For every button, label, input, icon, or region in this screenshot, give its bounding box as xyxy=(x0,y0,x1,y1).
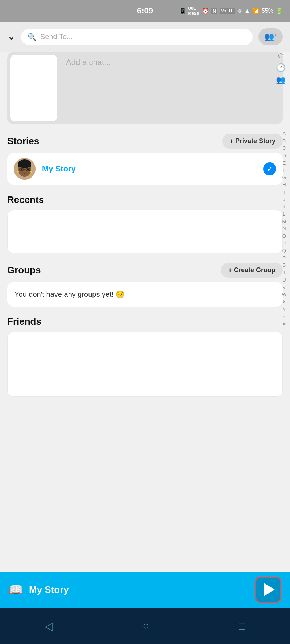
battery-text: 55% xyxy=(262,8,273,14)
my-story-card[interactable]: My Story ✓ xyxy=(7,153,283,185)
story-bar-label: My Story xyxy=(29,584,249,595)
whatsapp-icon: 📱 xyxy=(179,8,186,14)
search-icon: 🔍 xyxy=(28,33,37,41)
search-bar[interactable]: 🔍 Send To... xyxy=(21,29,253,45)
alpha-K[interactable]: K xyxy=(283,204,286,210)
alpha-W[interactable]: W xyxy=(282,291,286,298)
alpha-N[interactable]: N xyxy=(282,225,286,232)
signal-icon: 📶 xyxy=(252,8,260,14)
recents-section-header: Recents xyxy=(0,191,290,210)
header: ⌄ 🔍 Send To... 👥+ xyxy=(0,22,290,52)
status-icons: 📱 001KB/S ⏰ N VoLTE ❄ ▲ 📶 55% 🔋 xyxy=(179,5,283,16)
alpha-H[interactable]: H xyxy=(282,182,286,188)
alpha-T[interactable]: T xyxy=(283,270,286,276)
story-checkmark[interactable]: ✓ xyxy=(263,162,276,175)
chevron-down-icon[interactable]: ⌄ xyxy=(7,31,15,42)
chat-avatar xyxy=(10,55,57,121)
alpha-L[interactable]: L xyxy=(283,211,285,217)
alpha-hash[interactable]: # xyxy=(283,321,285,327)
nfc-icon: N xyxy=(211,8,218,14)
alpha-V[interactable]: V xyxy=(283,284,286,291)
wifi-icon: ▲ xyxy=(244,8,250,14)
alpha-X[interactable]: X xyxy=(283,299,286,305)
friends-title: Friends xyxy=(7,316,41,327)
bottom-story-bar: 📖 My Story xyxy=(0,572,290,608)
play-triangle-icon xyxy=(264,583,275,596)
alpha-R[interactable]: R xyxy=(282,255,286,261)
alpha-P[interactable]: P xyxy=(283,240,286,247)
alpha-U[interactable]: U xyxy=(282,277,286,283)
svg-point-7 xyxy=(21,169,22,170)
group-icon[interactable]: 👥 xyxy=(276,75,286,85)
alpha-Z[interactable]: Z xyxy=(283,313,286,320)
friends-card xyxy=(7,332,283,397)
right-sidebar: ☺ 🕐 👥 xyxy=(276,51,286,85)
alpha-I[interactable]: I xyxy=(283,189,285,196)
nav-bar: ◁ ○ □ xyxy=(0,608,290,644)
alpha-B[interactable]: B xyxy=(283,138,286,144)
recents-card xyxy=(7,210,283,253)
bluetooth-icon: ❄ xyxy=(237,8,242,14)
alpha-J[interactable]: J xyxy=(283,196,286,203)
friends-section-header: Friends xyxy=(0,312,290,332)
svg-rect-3 xyxy=(18,163,31,167)
alpha-A[interactable]: A xyxy=(283,130,286,137)
groups-empty-text: You don't have any groups yet! 😟 xyxy=(14,290,125,298)
status-time: 6:09 xyxy=(137,6,153,16)
add-friends-icon: 👥+ xyxy=(264,32,277,42)
alpha-S[interactable]: S xyxy=(283,262,286,269)
alpha-M[interactable]: M xyxy=(282,218,286,225)
alpha-Q[interactable]: Q xyxy=(282,248,286,254)
chat-placeholder: Add a chat... xyxy=(66,58,111,67)
back-nav-icon[interactable]: ◁ xyxy=(45,620,53,632)
search-placeholder: Send To... xyxy=(40,33,73,41)
groups-empty-card: You don't have any groups yet! 😟 xyxy=(7,282,283,307)
alpha-D[interactable]: D xyxy=(282,153,286,159)
alpha-O[interactable]: O xyxy=(282,233,286,240)
alarm-icon: ⏰ xyxy=(202,8,209,14)
svg-point-10 xyxy=(30,171,32,173)
groups-title: Groups xyxy=(7,265,41,276)
alpha-E[interactable]: E xyxy=(283,160,286,166)
alphabet-index: A B C D E F G H I J K L M N O P Q R S T … xyxy=(282,130,286,327)
recents-nav-icon[interactable]: □ xyxy=(239,620,245,632)
alpha-G[interactable]: G xyxy=(282,174,286,181)
home-nav-icon[interactable]: ○ xyxy=(142,620,149,632)
chat-input-area[interactable]: Add a chat... xyxy=(60,52,283,124)
private-story-button[interactable]: + Private Story xyxy=(222,134,283,149)
add-friends-button[interactable]: 👥+ xyxy=(258,28,283,45)
status-bar: 6:09 📱 001KB/S ⏰ N VoLTE ❄ ▲ 📶 55% 🔋 xyxy=(0,0,290,22)
create-group-button[interactable]: + Create Group xyxy=(221,263,283,278)
chat-card[interactable]: Add a chat... xyxy=(7,52,283,124)
lte-icon: VoLTE xyxy=(220,8,235,14)
my-story-name: My Story xyxy=(42,164,257,174)
alpha-Y[interactable]: Y xyxy=(283,306,286,313)
svg-point-8 xyxy=(27,169,29,170)
story-bar-icon: 📖 xyxy=(9,583,23,597)
stories-title: Stories xyxy=(7,136,39,147)
groups-section-header: Groups + Create Group xyxy=(0,259,290,282)
svg-point-9 xyxy=(17,171,19,173)
alpha-C[interactable]: C xyxy=(282,145,286,151)
story-avatar xyxy=(14,158,36,180)
battery-icon: 🔋 xyxy=(276,8,283,14)
stories-section-header: Stories + Private Story xyxy=(0,130,290,153)
emoji-icon[interactable]: ☺ xyxy=(277,51,285,60)
play-button[interactable] xyxy=(255,577,281,603)
data-icon: 001KB/S xyxy=(188,5,200,16)
clock-icon[interactable]: 🕐 xyxy=(276,63,286,72)
recents-title: Recents xyxy=(7,194,44,205)
alpha-F[interactable]: F xyxy=(283,167,286,174)
